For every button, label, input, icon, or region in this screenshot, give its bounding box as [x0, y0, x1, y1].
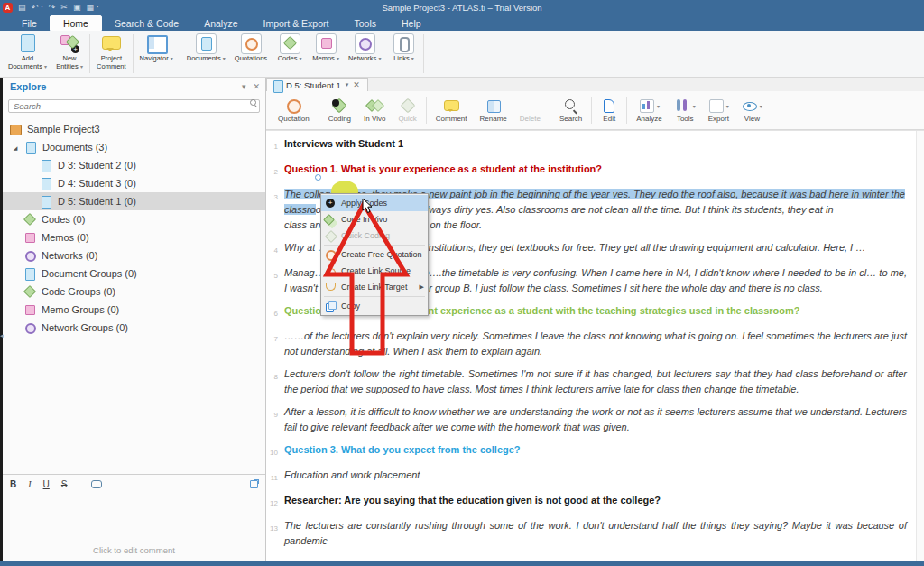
paragraph-text[interactable]: Researcher: Are you saying that the educ… — [284, 493, 912, 511]
ribbon: Add Documents ▾+New Entities ▾Project Co… — [0, 31, 924, 78]
menu-tab-tools[interactable]: Tools — [341, 15, 389, 31]
doc-toolbar-analyze[interactable]: ▾Analyze — [630, 91, 668, 129]
menu-tab-analyze[interactable]: Analyze — [191, 15, 250, 31]
menu-tab-home[interactable]: Home — [50, 15, 102, 31]
doc-toolbar-tools[interactable]: ▾Tools — [669, 91, 702, 129]
t-docs-icon — [25, 142, 36, 153]
document-tab[interactable]: D 5: Student 1 ▾ ✕ — [266, 78, 368, 91]
ribbon-navigator[interactable]: Navigator ▾ — [135, 31, 178, 77]
panel-close-icon[interactable]: ✕ — [253, 82, 260, 91]
tab-close-icon[interactable]: ✕ — [353, 80, 360, 89]
menu-item-create-link-source[interactable]: Create Link Source — [321, 263, 428, 279]
sidebar-item-sample-project3[interactable]: Sample Project3 — [3, 120, 265, 138]
menu-tab-help[interactable]: Help — [389, 15, 434, 31]
menu-tab-import-export[interactable]: Import & Export — [251, 15, 342, 31]
networks-icon — [354, 33, 375, 53]
sidebar-item-document-groups-0[interactable]: Document Groups (0) — [3, 264, 265, 283]
t-memos-icon — [24, 304, 35, 315]
doc-toolbar-view[interactable]: ▾View — [735, 91, 769, 129]
codes-icon — [279, 33, 300, 53]
paragraph-text[interactable]: Question 1. What is your experience as a… — [284, 162, 912, 180]
ribbon-networks[interactable]: Networks ▾ — [344, 31, 385, 77]
underline-button[interactable]: U — [43, 479, 50, 489]
paragraph-text[interactable]: The lecturers are constantly rushing thr… — [284, 518, 912, 549]
sidebar-item-documents-3[interactable]: ◢Documents (3) — [3, 138, 265, 156]
doc-toolbar-comment[interactable]: Comment — [430, 91, 474, 129]
ribbon-memos[interactable]: Memos ▾ — [308, 31, 344, 77]
coding-icon — [331, 98, 347, 113]
paragraph-text[interactable]: ……of the lecturers don't explain very ni… — [284, 329, 912, 359]
menu-item-copy[interactable]: Copy — [321, 298, 428, 314]
doc-toolbar-label: In Vivo — [364, 115, 385, 123]
comment-bubble-icon[interactable] — [91, 480, 102, 488]
doc-toolbar-export[interactable]: ▾Export — [702, 91, 735, 129]
line-number: 10 — [270, 442, 284, 460]
sidebar-item-memos-0[interactable]: Memos (0) — [3, 228, 265, 246]
sidebar-item-network-groups-0[interactable]: Network Groups (0) — [3, 319, 265, 337]
line-number: 6 — [270, 303, 284, 321]
sidebar-item-d-3-student-2-0[interactable]: D 3: Student 2 (0) — [3, 156, 265, 174]
sidebar-item-code-groups-0[interactable]: Code Groups (0) — [3, 283, 265, 301]
sidebar-item-codes-0[interactable]: Codes (0) — [3, 210, 265, 228]
search-icon — [250, 99, 256, 106]
quick-coding-icon — [325, 230, 336, 241]
comment-format-toolbar: BIUS — [3, 475, 265, 494]
document-tab-bar: D 5: Student 1 ▾ ✕ — [266, 78, 924, 91]
export-icon — [708, 98, 725, 113]
ribbon-quotations[interactable]: Quotations — [230, 31, 272, 77]
popout-icon[interactable] — [250, 480, 258, 488]
menu-item-code-in-vivo[interactable]: Code In Vivo — [321, 211, 428, 227]
tree-item-label: Codes (0) — [42, 214, 85, 225]
sidebar-item-d-4-student-3-0[interactable]: D 4: Student 3 (0) — [3, 174, 265, 192]
ribbon-codes[interactable]: Codes ▾ — [272, 31, 308, 77]
doc-toolbar-quick: Quick — [392, 91, 422, 129]
strikethrough-button[interactable]: S — [61, 479, 68, 489]
ribbon-button-label: Networks ▾ — [348, 54, 381, 63]
ribbon-button-label: Memos ▾ — [312, 54, 339, 63]
paragraph-text[interactable]: Interviews with Student 1 — [284, 136, 912, 154]
tab-dropdown-icon[interactable]: ▾ — [346, 81, 349, 88]
bold-button[interactable]: B — [10, 479, 16, 489]
tree-item-label: Sample Project3 — [27, 124, 100, 135]
paragraph-text[interactable]: Question 3. What do you expect from the … — [284, 442, 912, 460]
doc-toolbar-quotation[interactable]: Quotation — [272, 91, 316, 129]
doc-toolbar-coding[interactable]: Coding — [322, 91, 357, 129]
sidebar-collapse-arrow[interactable]: ◂ — [0, 332, 4, 339]
italic-button[interactable]: I — [28, 479, 31, 489]
ribbon-project-comment[interactable]: Project Comment — [92, 31, 131, 77]
menu-item-apply-codes[interactable]: Apply Codes — [321, 195, 428, 211]
doc-toolbar-rename[interactable]: Rename — [474, 91, 513, 129]
doc-toolbar-label: Edit — [603, 115, 615, 123]
analyze-icon — [639, 98, 655, 113]
expand-caret-icon[interactable]: ◢ — [12, 144, 19, 151]
ribbon-add-documents[interactable]: Add Documents ▾ — [4, 31, 51, 77]
ribbon-documents[interactable]: Documents ▾ — [182, 31, 230, 77]
sidebar-item-networks-0[interactable]: Networks (0) — [3, 246, 265, 264]
sidebar-item-memo-groups-0[interactable]: Memo Groups (0) — [3, 301, 265, 319]
ribbon-new-entities[interactable]: +New Entities ▾ — [51, 31, 88, 77]
doc-toolbar-search[interactable]: Search — [553, 91, 588, 129]
menu-item-create-free-quotation[interactable]: Create Free Quotation — [321, 246, 428, 263]
menu-item-label: Copy — [341, 302, 360, 311]
line-number: 11 — [270, 468, 284, 486]
menu-separator — [324, 245, 425, 246]
line-number: 5 — [270, 265, 284, 296]
menu-item-create-link-target[interactable]: Create Link Target▶ — [321, 279, 428, 295]
tree-item-label: D 4: Student 3 (0) — [58, 178, 136, 189]
paragraph-text[interactable]: After a lesson, it is difficult to know … — [284, 404, 912, 435]
ribbon-links[interactable]: Links ▾ — [385, 31, 421, 77]
selection-handle[interactable] — [315, 174, 321, 181]
paragraph-text[interactable]: Education and work placement — [284, 468, 912, 486]
doc-toolbar-in-vivo[interactable]: In Vivo — [357, 91, 392, 129]
comment-placeholder[interactable]: Click to edit comment — [3, 494, 265, 561]
search-input[interactable] — [8, 99, 260, 113]
paragraph-text[interactable]: Lecturers don't follow the right timetab… — [284, 367, 912, 397]
panel-dropdown-icon[interactable]: ▾ — [242, 82, 246, 91]
menu-tab-file[interactable]: File — [9, 15, 50, 31]
context-menu: Apply CodesCode In VivoQuick CodingCreat… — [320, 193, 429, 316]
vertical-scrollbar[interactable] — [916, 131, 924, 561]
doc-toolbar-edit[interactable]: Edit — [595, 91, 624, 129]
links-icon — [393, 33, 414, 53]
sidebar-item-d-5-student-1-0[interactable]: D 5: Student 1 (0) — [3, 192, 265, 210]
menu-tab-search-code[interactable]: Search & Code — [102, 15, 191, 31]
